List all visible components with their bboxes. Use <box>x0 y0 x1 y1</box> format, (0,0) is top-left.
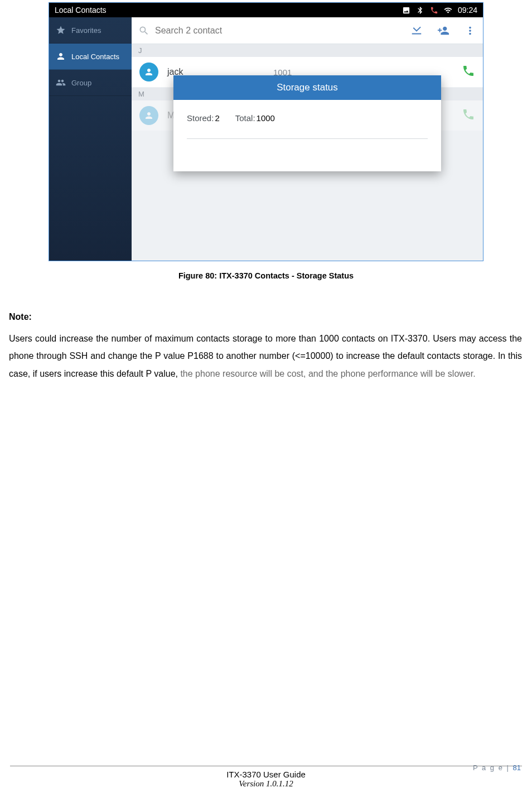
person-icon <box>144 67 154 77</box>
note-heading: Note: <box>9 308 522 325</box>
note-body-tail: the phone resource will be cost, and the… <box>180 369 475 378</box>
sidebar-item-label: Group <box>71 79 91 87</box>
avatar <box>139 63 158 81</box>
person-icon <box>144 111 154 121</box>
search-input[interactable] <box>149 26 410 36</box>
sidebar-item-label: Favorites <box>71 26 101 35</box>
statusbar-time: 09:24 <box>458 6 477 15</box>
sidebar-item-favorites[interactable]: Favorites <box>49 17 132 44</box>
missed-call-icon[interactable] <box>410 25 423 37</box>
divider <box>187 138 428 139</box>
avatar <box>139 106 158 125</box>
group-icon <box>56 78 66 88</box>
statusbar-icons: 09:24 <box>402 6 477 15</box>
page-footer: P a g e | 81 ITX-3370 User Guide Version… <box>0 766 532 789</box>
app-body: Favorites Local Contacts Group <box>49 17 483 261</box>
sidebar: Favorites Local Contacts Group <box>49 17 132 261</box>
call-button[interactable] <box>462 64 475 80</box>
statusbar-title: Local Contacts <box>55 6 402 15</box>
add-contact-icon[interactable] <box>437 25 449 37</box>
contact-number: 1001 <box>273 68 462 77</box>
searchbar <box>132 17 483 44</box>
contact-row[interactable]: jack 1001 <box>132 57 483 88</box>
sidebar-item-label: Local Contacts <box>71 52 119 61</box>
status-bar: Local Contacts 09:24 <box>49 3 483 17</box>
main-panel: J jack 1001 M Michael 1002 Storage statu… <box>132 17 483 261</box>
menu-icon[interactable] <box>464 25 476 37</box>
person-icon <box>56 51 66 61</box>
section-header-j: J <box>132 44 483 57</box>
contact-name: Michael <box>167 111 273 121</box>
contact-number: 1002 <box>273 111 462 121</box>
figure-caption: Figure 80: ITX-3370 Contacts - Storage S… <box>0 271 532 280</box>
phone-notify-icon <box>430 6 438 15</box>
image-icon <box>402 6 410 15</box>
footer-title: ITX-3370 User Guide <box>0 770 532 779</box>
phone-icon <box>462 64 475 78</box>
phone-icon <box>462 108 475 121</box>
page-marker: P a g e | 81 <box>473 763 521 772</box>
search-icon <box>138 25 149 36</box>
sidebar-item-group[interactable]: Group <box>49 70 132 96</box>
bluetooth-icon <box>416 6 424 15</box>
contact-row[interactable]: Michael 1002 <box>132 100 483 131</box>
contact-name: jack <box>167 67 273 77</box>
footer-version: Version 1.0.1.12 <box>0 779 532 789</box>
note-body: Users could increase the number of maxim… <box>9 330 522 382</box>
star-icon <box>56 25 66 35</box>
device-screenshot: Local Contacts 09:24 Favorites Local Con… <box>49 2 483 261</box>
call-button[interactable] <box>462 108 475 123</box>
wifi-icon <box>444 6 452 15</box>
note-section: Note: Users could increase the number of… <box>0 308 532 382</box>
section-header-m: M <box>132 88 483 100</box>
footer-rule: P a g e | 81 <box>10 766 522 766</box>
sidebar-item-local-contacts[interactable]: Local Contacts <box>49 44 132 70</box>
